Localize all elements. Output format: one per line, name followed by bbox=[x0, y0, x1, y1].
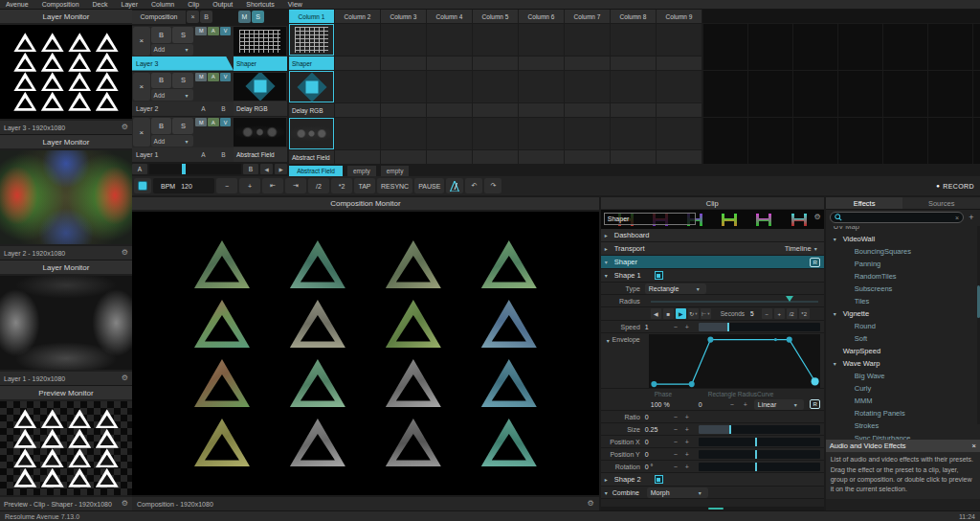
clip-panel-scrollbar[interactable] bbox=[601, 507, 824, 510]
layer2-blend-dropdown[interactable]: Add▾ bbox=[151, 89, 194, 101]
shape2-enabled-checkbox[interactable] bbox=[655, 475, 663, 484]
effect-group-videowall[interactable]: ▾VideoWall bbox=[826, 233, 980, 245]
crossfader-b-button[interactable]: B bbox=[243, 164, 258, 174]
interpolation-dropdown[interactable]: Linear▾ bbox=[754, 399, 804, 410]
layer3-clear-button[interactable]: × bbox=[133, 27, 150, 56]
crossfader-a-button[interactable]: A bbox=[132, 164, 147, 174]
curve-decrease-button[interactable]: − bbox=[725, 401, 739, 408]
increase-button[interactable]: + bbox=[681, 464, 693, 470]
clip-cell[interactable] bbox=[335, 118, 380, 164]
clip-cell[interactable] bbox=[611, 24, 656, 70]
redo-button[interactable]: ↷ bbox=[484, 178, 501, 193]
composition-bypass-button[interactable]: B bbox=[200, 11, 212, 23]
clip-cell[interactable] bbox=[381, 71, 426, 117]
combine-mode-dropdown[interactable]: Morph▾ bbox=[647, 487, 708, 498]
clip-cell[interactable] bbox=[381, 118, 426, 164]
param-slider[interactable] bbox=[699, 450, 820, 459]
duration-double-button[interactable]: *2 bbox=[799, 308, 810, 319]
layer2-audio-button[interactable]: A bbox=[208, 73, 219, 81]
layer2-video-button[interactable]: V bbox=[220, 73, 232, 81]
layer3-bypass-button[interactable]: B bbox=[151, 27, 172, 43]
clip-cell[interactable]: Delay RGB bbox=[289, 71, 334, 117]
column-header-3[interactable]: Column 3 bbox=[381, 10, 426, 23]
effect-item-panning[interactable]: Panning bbox=[826, 258, 980, 270]
layer2-solo-button[interactable]: S bbox=[172, 73, 193, 89]
increase-button[interactable]: + bbox=[681, 426, 693, 433]
shape-type-dropdown[interactable]: Rectangle▾ bbox=[645, 283, 706, 294]
param-value[interactable]: 0 bbox=[645, 451, 670, 458]
menu-composition[interactable]: Composition bbox=[42, 1, 79, 8]
column-header-7[interactable]: Column 7 bbox=[565, 10, 610, 23]
clip-cell[interactable] bbox=[611, 118, 656, 164]
layer1-active-clip-thumbnail[interactable] bbox=[234, 118, 286, 147]
layer1-active-clip-name[interactable]: Abstract Field bbox=[234, 147, 287, 162]
menu-clip[interactable]: Clip bbox=[188, 1, 199, 8]
increase-button[interactable]: + bbox=[681, 439, 693, 445]
effect-item-curly[interactable]: Curly bbox=[826, 382, 980, 395]
layer2-active-clip-name[interactable]: Delay RGB bbox=[234, 102, 287, 116]
tab-effects[interactable]: Effects bbox=[826, 197, 903, 209]
layer3-active-clip-thumbnail[interactable] bbox=[234, 27, 286, 56]
gear-icon[interactable]: ⚙ bbox=[122, 500, 128, 508]
transport-section[interactable]: ▸ Transport Timeline▾ bbox=[601, 242, 824, 256]
undo-button[interactable]: ↶ bbox=[465, 178, 482, 193]
phase-value[interactable]: 100 % bbox=[651, 401, 699, 408]
layer2-clear-button[interactable]: × bbox=[133, 73, 150, 102]
deck-tab[interactable]: empty bbox=[347, 166, 376, 176]
clip-cell[interactable] bbox=[657, 71, 702, 117]
clip-cell[interactable] bbox=[519, 71, 564, 117]
layer3-video-button[interactable]: V bbox=[220, 27, 232, 35]
clear-search-icon[interactable]: × bbox=[955, 215, 959, 221]
composition-tab[interactable]: Composition bbox=[132, 11, 186, 24]
clip-cell[interactable] bbox=[657, 118, 702, 164]
layer2-active-clip-thumbnail[interactable] bbox=[234, 73, 286, 102]
effect-item-rotating-panels[interactable]: Rotating Panels bbox=[826, 407, 980, 419]
effect-item-randomtiles[interactable]: RandomTiles bbox=[826, 270, 980, 283]
composition-master-button[interactable]: M bbox=[238, 11, 251, 23]
clip-cell[interactable] bbox=[565, 24, 610, 70]
curve-value[interactable]: 0 bbox=[699, 401, 725, 408]
layer1-solo-button[interactable]: S bbox=[172, 118, 193, 134]
menu-view[interactable]: View bbox=[288, 1, 302, 8]
radius-slider[interactable] bbox=[651, 295, 818, 306]
decrease-button[interactable]: − bbox=[670, 414, 681, 420]
layer3-active-clip-name[interactable]: Shaper bbox=[234, 57, 287, 71]
column-header-9[interactable]: Column 9 bbox=[657, 10, 702, 23]
column-header-8[interactable]: Column 8 bbox=[611, 10, 656, 23]
gear-icon[interactable]: ⚙ bbox=[122, 374, 128, 382]
layer3-solo-button[interactable]: S bbox=[172, 27, 193, 43]
param-value[interactable]: 0.25 bbox=[645, 426, 670, 433]
effect-item-big-wave[interactable]: Big Wave bbox=[826, 370, 980, 382]
bpm-decrease-button[interactable]: − bbox=[216, 178, 237, 193]
layer3-blend-dropdown[interactable]: Add▾ bbox=[151, 44, 194, 56]
effect-item-mmm[interactable]: MMM bbox=[826, 395, 980, 407]
effect-group-warpspeed[interactable]: WarpSpeed bbox=[826, 345, 980, 357]
clip-cell[interactable] bbox=[427, 71, 472, 117]
clip-filmstrip[interactable]: Shaper ⚙ bbox=[601, 210, 824, 229]
increase-button[interactable]: + bbox=[681, 451, 693, 458]
transport-mode-dropdown[interactable]: Timeline▾ bbox=[785, 244, 820, 253]
beat-shift-right-button[interactable]: ⇥ bbox=[285, 178, 306, 193]
speed-slider[interactable] bbox=[699, 323, 820, 331]
loop-mode-button[interactable]: ↻▾ bbox=[688, 308, 699, 319]
randomize-button[interactable]: R bbox=[810, 258, 819, 267]
gear-icon[interactable]: ⚙ bbox=[122, 124, 128, 131]
layer2-name[interactable]: Layer 2 bbox=[132, 102, 193, 116]
curve-increase-button[interactable]: + bbox=[739, 401, 752, 408]
close-icon[interactable]: × bbox=[972, 442, 976, 450]
stop-button[interactable]: ■ bbox=[663, 308, 674, 319]
metronome-button[interactable] bbox=[446, 178, 463, 193]
decrease-button[interactable]: − bbox=[670, 426, 681, 433]
layer3-name[interactable]: Layer 3 bbox=[132, 57, 234, 71]
layer1-audio-button[interactable]: A bbox=[208, 118, 219, 126]
speed-value[interactable]: 1 bbox=[645, 324, 670, 330]
composition-solo-button[interactable]: S bbox=[252, 11, 264, 23]
clip-cell[interactable] bbox=[611, 71, 656, 117]
clip-cell[interactable] bbox=[519, 24, 564, 70]
clip-cell[interactable] bbox=[381, 24, 426, 70]
param-value[interactable]: 0 bbox=[645, 414, 670, 420]
duration-increase-button[interactable]: + bbox=[774, 308, 785, 319]
column-header-6[interactable]: Column 6 bbox=[519, 10, 564, 23]
clip-cell[interactable] bbox=[335, 71, 380, 117]
clip-cell[interactable] bbox=[335, 24, 380, 70]
